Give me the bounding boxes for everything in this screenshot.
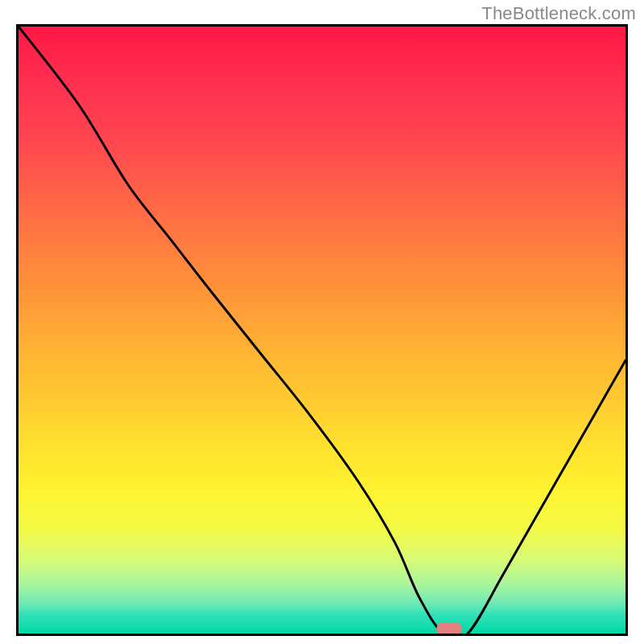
attribution-text: TheBottleneck.com	[481, 3, 636, 24]
bottleneck-curve-path	[19, 27, 625, 634]
curve-layer	[19, 27, 625, 634]
optimum-marker	[436, 622, 462, 636]
chart-container: TheBottleneck.com	[0, 0, 644, 644]
plot-area	[16, 24, 628, 636]
